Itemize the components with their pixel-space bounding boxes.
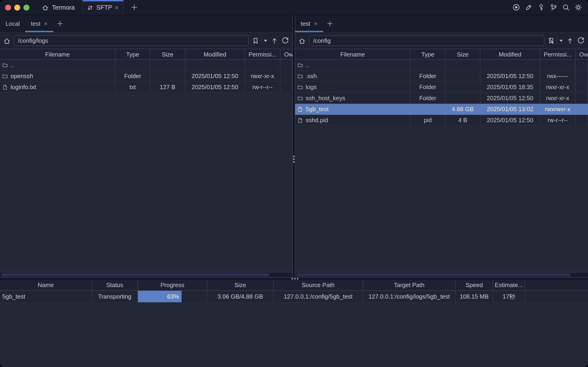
file-row[interactable]: ssh_host_keys Folder 2025/01/05 12:50 rw… xyxy=(295,93,588,104)
column-header-type[interactable]: Type xyxy=(115,49,150,59)
right-new-tab-button[interactable] xyxy=(326,20,333,27)
column-header-size[interactable]: Size xyxy=(150,49,185,59)
column-header-modified[interactable]: Modified xyxy=(480,49,540,59)
left-tab-test-close-icon[interactable]: × xyxy=(44,21,48,27)
transfer-updown-icon xyxy=(87,4,94,11)
chevron-down-icon[interactable] xyxy=(264,39,268,42)
close-window-button[interactable] xyxy=(5,4,11,10)
bookmark-off-icon[interactable] xyxy=(547,37,555,44)
file-modified: 2025/01/05 12:50 xyxy=(185,82,245,92)
left-tab-test-label: test xyxy=(31,20,41,27)
file-row[interactable]: .. xyxy=(295,60,588,71)
plus-icon xyxy=(56,20,63,27)
file-permissions xyxy=(540,60,576,70)
file-row[interactable]: .ssh Folder 2025/01/05 12:50 rwx------ xyxy=(295,71,588,82)
column-header-progress[interactable]: Progress xyxy=(138,280,207,290)
file-row[interactable]: sshd.pid pid 4 B 2025/01/05 12:50 rw-r--… xyxy=(295,115,588,126)
home-icon xyxy=(42,4,49,11)
left-hscrollbar-track xyxy=(0,272,292,277)
splitter-grip-dots xyxy=(293,156,294,163)
file-row[interactable]: loginfo.txt txt 127 B 2025/01/05 12:50 r… xyxy=(0,82,292,93)
column-header-speed[interactable]: Speed xyxy=(456,280,493,290)
file-modified: 2025/01/05 13:02 xyxy=(480,104,540,114)
left-tab-local[interactable]: Local xyxy=(0,15,25,32)
left-new-tab-button[interactable] xyxy=(56,20,63,27)
column-header-status[interactable]: Status xyxy=(92,280,138,290)
home-icon[interactable] xyxy=(3,37,11,44)
right-hscrollbar-thumb[interactable] xyxy=(296,273,571,276)
settings-icon[interactable] xyxy=(575,4,582,11)
new-tab-button[interactable] xyxy=(130,4,138,11)
divider xyxy=(557,37,557,44)
port-forward-icon[interactable] xyxy=(550,4,557,11)
file-type: pid xyxy=(410,115,445,125)
column-header-name[interactable]: Name xyxy=(0,280,92,290)
file-type xyxy=(115,60,150,70)
column-header-permissions[interactable]: Permissi... xyxy=(245,49,281,59)
file-row[interactable]: .. xyxy=(0,60,292,71)
tab-sftp-close-icon[interactable]: × xyxy=(115,5,118,11)
right-path-input[interactable] xyxy=(309,35,544,46)
panel-splitter-vertical[interactable] xyxy=(292,15,295,277)
minimize-window-button[interactable] xyxy=(14,4,20,10)
tab-sftp[interactable]: SFTP × xyxy=(82,0,123,15)
column-header-owner[interactable]: Ow xyxy=(576,49,588,59)
file-row[interactable]: 5gb_test 4.88 GB 2025/01/05 13:02 rwxrwx… xyxy=(295,104,588,115)
record-icon[interactable] xyxy=(513,4,520,11)
folder-icon xyxy=(298,62,303,68)
file-row[interactable]: openssh Folder 2025/01/05 12:50 rwxr-xr-… xyxy=(0,71,292,82)
file-type: txt xyxy=(115,82,150,92)
file-name: loginfo.txt xyxy=(11,83,36,91)
file-name: openssh xyxy=(11,73,33,79)
column-header-filename[interactable]: Filename xyxy=(0,49,115,59)
file-permissions: rw-r--r-- xyxy=(540,115,576,125)
bookmark-icon[interactable] xyxy=(252,37,259,44)
refresh-icon[interactable] xyxy=(281,37,289,45)
key-icon[interactable] xyxy=(537,4,545,11)
left-tab-test[interactable]: test × xyxy=(25,15,53,32)
file-modified xyxy=(185,60,245,70)
right-tab-test[interactable]: test × xyxy=(295,15,323,32)
right-hscrollbar-track xyxy=(295,272,588,277)
left-path-input[interactable] xyxy=(14,35,249,46)
file-icon xyxy=(298,117,303,123)
zoom-window-button[interactable] xyxy=(24,4,29,10)
column-header-size[interactable]: Size xyxy=(207,280,273,290)
file-size: 4.88 GB xyxy=(445,104,480,114)
tab-termora-home[interactable]: Termora xyxy=(42,4,75,11)
column-header-modified[interactable]: Modified xyxy=(185,49,245,59)
file-owner xyxy=(281,71,292,81)
left-pathbar xyxy=(0,33,292,49)
transfer-source-path: 127.0.0.1:/config/5gb_test xyxy=(273,291,363,302)
file-modified: 2025/01/05 12:50 xyxy=(185,71,245,81)
file-permissions: rw-r--r-- xyxy=(245,82,281,92)
right-tab-test-label: test xyxy=(301,20,310,27)
column-header-estimate[interactable]: Estimate... xyxy=(493,280,525,290)
column-header-permissions[interactable]: Permissi... xyxy=(540,49,576,59)
column-header-source-path[interactable]: Source Path xyxy=(273,280,363,290)
file-name: .ssh xyxy=(306,73,317,79)
column-header-target-path[interactable]: Target Path xyxy=(363,280,456,290)
right-table-header: Filename Type Size Modified Permissi... … xyxy=(295,49,588,60)
column-header-size[interactable]: Size xyxy=(445,49,480,59)
transfer-splitter-horizontal[interactable] xyxy=(0,277,588,280)
column-header-filename[interactable]: Filename xyxy=(295,49,410,59)
transfer-progress-cell: 63% xyxy=(138,291,207,302)
right-tab-test-close-icon[interactable]: × xyxy=(314,21,317,27)
column-header-type[interactable]: Type xyxy=(410,49,445,59)
refresh-icon[interactable] xyxy=(577,37,585,45)
file-permissions: rwxr-xr-x xyxy=(540,93,576,103)
file-owner xyxy=(281,82,292,92)
up-directory-icon[interactable] xyxy=(566,37,574,44)
home-icon[interactable] xyxy=(298,37,306,44)
search-icon[interactable] xyxy=(562,4,570,11)
column-header-owner[interactable]: Ow xyxy=(281,49,292,59)
transfer-table-header: Name Status Progress Size Source Path Ta… xyxy=(0,280,588,291)
file-owner xyxy=(281,60,292,70)
transfer-row[interactable]: 5gb_test Transporting 63% 3.06 GB/4.88 G… xyxy=(0,291,588,303)
up-directory-icon[interactable] xyxy=(271,37,278,44)
edit-icon[interactable] xyxy=(525,4,532,11)
file-row[interactable]: logs Folder 2025/01/05 18:35 rwxr-xr-x xyxy=(295,82,588,93)
chevron-down-icon[interactable] xyxy=(559,39,563,42)
left-hscrollbar-thumb[interactable] xyxy=(1,273,269,276)
